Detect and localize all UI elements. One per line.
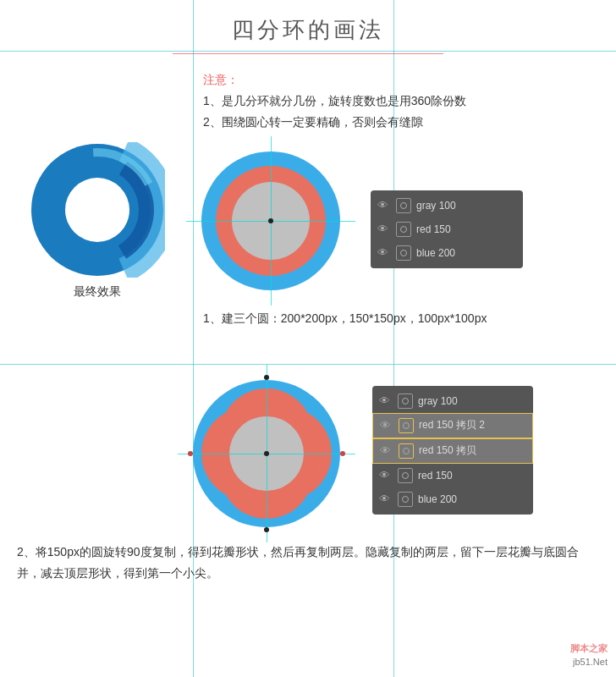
layer-icon-inner-2-blue: [402, 496, 409, 503]
notes-line-1: 1、是几分环就分几份，旋转度数也是用360除份数: [203, 94, 466, 107]
notes-section: 注意： 1、是几分环就分几份，旋转度数也是用360除份数 2、围绕圆心转一定要精…: [203, 69, 616, 134]
eye-icon-2-red-copy: 👁: [380, 444, 393, 458]
layer-row-2-red-copy2[interactable]: 👁 red 150 拷贝 2: [372, 413, 533, 438]
dot-top-2: [264, 375, 269, 380]
section2: 👁 gray 100 👁 red 150 拷贝 2 👁 red 150 拷贝 👁: [0, 369, 616, 530]
layer-type-icon-2-gray: [398, 394, 413, 409]
step1-caption: 1、建三个圆：200*200px，150*150px，100px*100px: [203, 311, 616, 327]
layer-row-gray[interactable]: 👁 gray 100: [371, 194, 523, 217]
eye-icon-2-gray: 👁: [379, 394, 393, 408]
dot-right-2: [340, 451, 345, 456]
dot-bottom-2: [264, 527, 269, 532]
layer-row-2-red[interactable]: 👁 red 150: [372, 464, 533, 487]
dot-center-2: [264, 451, 269, 456]
watermark-line2: jb51.Net: [570, 656, 608, 669]
notes-label: 注意：: [203, 73, 239, 86]
layer-type-icon-red: [396, 222, 411, 237]
center-ring-section1: [186, 149, 355, 293]
layers-panel-1: 👁 gray 100 👁 red 150 👁 blue 200: [371, 190, 523, 268]
layer-row-2-blue[interactable]: 👁 blue 200: [372, 487, 533, 511]
layer-icon-inner-2-red: [402, 472, 409, 479]
layer-icon-inner-2-red-copy2: [403, 422, 410, 429]
layer-icon-inner-gray: [400, 202, 407, 209]
eye-icon-2-red-copy2: 👁: [380, 419, 393, 432]
layer-label-2-red-copy2: red 150 拷贝 2: [419, 418, 485, 432]
layer-icon-inner-red: [400, 226, 407, 233]
notes-line-2: 2、围绕圆心转一定要精确，否则会有缝隙: [203, 115, 423, 129]
layers-panel-2: 👁 gray 100 👁 red 150 拷贝 2 👁 red 150 拷贝 👁: [372, 386, 533, 515]
layer-icon-inner-2-gray: [402, 398, 409, 405]
layer-label-2-red: red 150: [418, 470, 453, 482]
svg-point-2: [65, 178, 129, 242]
watermark-line1: 脚本之家: [570, 642, 608, 655]
layer-type-icon-2-red-copy2: [399, 418, 414, 433]
section-divider: [0, 327, 616, 369]
layer-type-icon-2-blue: [398, 492, 413, 507]
donut-final-svg: [30, 142, 165, 278]
title-underline: [173, 53, 443, 54]
eye-icon-2-red: 👁: [379, 469, 393, 482]
layer-label-2-blue: blue 200: [418, 493, 457, 505]
section1: 最终效果 👁 gray 100 �: [0, 142, 616, 300]
donut-final-area: 最终效果: [17, 142, 178, 300]
layer-row-red[interactable]: 👁 red 150: [371, 217, 523, 241]
layer-label-gray: gray 100: [416, 200, 456, 212]
final-label: 最终效果: [74, 284, 121, 300]
page-title: 四分环的画法: [0, 0, 616, 53]
dot-center-1: [268, 218, 273, 223]
step2-caption: 2、将150px的圆旋转90度复制，得到花瓣形状，然后再复制两层。隐藏复制的两层…: [17, 542, 599, 584]
layer-label-2-gray: gray 100: [418, 395, 458, 407]
ring-container-2: [190, 377, 343, 530]
watermark-site-label: 脚本之家: [570, 643, 608, 653]
eye-icon-red: 👁: [377, 223, 391, 236]
layer-type-icon-2-red-copy: [399, 443, 414, 459]
layer-label-2-red-copy: red 150 拷贝: [419, 443, 476, 458]
eye-icon-blue: 👁: [377, 246, 391, 260]
layer-icon-inner-blue: [400, 250, 407, 256]
layer-label-red: red 150: [416, 223, 451, 235]
layer-row-2-red-copy[interactable]: 👁 red 150 拷贝: [372, 438, 533, 464]
center-ring-section2: [178, 377, 355, 530]
watermark: 脚本之家 jb51.Net: [570, 642, 608, 669]
layer-row-2-gray[interactable]: 👁 gray 100: [372, 389, 533, 413]
layer-label-blue: blue 200: [416, 247, 455, 259]
eye-icon-gray: 👁: [377, 199, 391, 212]
layer-icon-inner-2-red-copy: [403, 448, 410, 454]
layer-row-blue[interactable]: 👁 blue 200: [371, 241, 523, 265]
layer-type-icon-blue: [396, 245, 411, 261]
ring-container-1: [199, 149, 343, 293]
layer-type-icon-gray: [396, 198, 411, 213]
layer-type-icon-2-red: [398, 468, 413, 483]
eye-icon-2-blue: 👁: [379, 493, 393, 506]
dot-left-2: [188, 451, 193, 456]
